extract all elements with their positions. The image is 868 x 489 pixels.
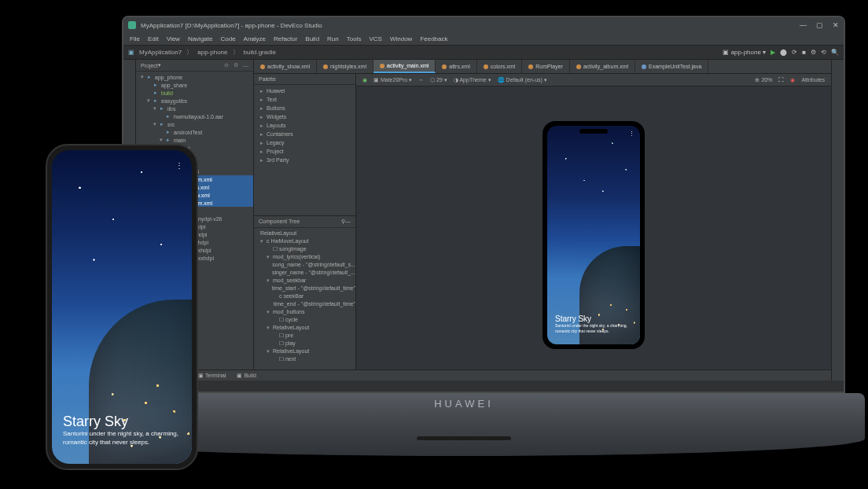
menu-tools[interactable]: Tools xyxy=(347,35,362,42)
component-item[interactable]: ☐ next xyxy=(254,355,355,363)
palette-item[interactable]: Layouts xyxy=(254,121,355,130)
device-select[interactable]: ▣ Mate20Pro ▾ xyxy=(373,77,412,83)
bottom-tab-build[interactable]: ▣ Build xyxy=(237,373,256,379)
preview-title: Starry Sky xyxy=(555,314,634,323)
editor-tab[interactable]: RomPlayer xyxy=(522,60,570,73)
tree-item[interactable]: ▾▸libs xyxy=(136,105,253,112)
component-item[interactable]: ▾mod_lyrics(vertical) xyxy=(254,253,355,261)
gear-icon[interactable]: ⚙ xyxy=(234,62,238,68)
tree-item[interactable]: ▸app_share xyxy=(136,81,253,89)
tree-item[interactable]: ▸build xyxy=(136,89,253,97)
fit-icon[interactable]: ⛶ xyxy=(778,77,784,83)
stop-icon[interactable]: ■ xyxy=(802,49,806,56)
palette-item[interactable]: Text xyxy=(254,95,355,104)
menu-run[interactable]: Run xyxy=(327,35,339,42)
menu-vcs[interactable]: VCS xyxy=(369,35,381,42)
component-item[interactable]: RelativeLayout xyxy=(254,230,355,237)
menu-file[interactable]: File xyxy=(130,35,140,42)
editor-tab[interactable]: colors.xml xyxy=(477,60,523,73)
tree-item[interactable]: ▸hwmuilayout-1.0.aar xyxy=(136,112,253,120)
attributes-label[interactable]: Attributes xyxy=(801,77,825,83)
sync-icon[interactable]: ⟲ xyxy=(821,49,826,56)
palette-item[interactable]: Legacy xyxy=(254,138,355,147)
palette-header: Palette xyxy=(254,74,355,85)
editor-tab[interactable]: attrs.xml xyxy=(436,60,476,73)
component-item[interactable]: ▾c HwMoveLayout xyxy=(254,237,355,245)
crumb-file[interactable]: build.gradle xyxy=(244,49,276,56)
palette-item[interactable]: Containers xyxy=(254,130,355,138)
menubar: File Edit View Navigate Code Analyze Ref… xyxy=(123,33,844,46)
component-item[interactable]: ☐ cycle xyxy=(254,316,355,324)
component-item[interactable]: ▾RelativeLayout xyxy=(254,324,355,332)
component-item[interactable]: ☐ play xyxy=(254,340,355,347)
minimize-icon[interactable]: — xyxy=(800,21,807,29)
crumb-module[interactable]: app-phone xyxy=(197,49,227,56)
component-item[interactable]: ▾RelativeLayout xyxy=(254,347,355,355)
component-item[interactable]: time_start - "@string/default_time" xyxy=(254,285,355,292)
theme-select[interactable]: ◑ AppTheme ▾ xyxy=(454,77,491,83)
menu-window[interactable]: Window xyxy=(390,35,412,42)
component-item[interactable]: ☐ pre xyxy=(254,332,355,340)
phone-mockup: ⋮ Starry Sky Santorini under the night s… xyxy=(46,144,198,470)
orientation-icon[interactable]: ↔ xyxy=(418,77,424,83)
close-icon[interactable]: ✕ xyxy=(833,21,839,29)
eye-icon[interactable]: ◉ xyxy=(362,77,367,83)
run-config-dropdown[interactable]: ▣ app-phone ▾ xyxy=(723,49,766,56)
window-title: MyApplication7 [D:\MyApplication7] - app… xyxy=(141,22,322,29)
hide-icon[interactable]: — xyxy=(243,63,248,68)
maximize-icon[interactable]: ▢ xyxy=(816,21,823,29)
bottom-tab-terminal[interactable]: ▣ Terminal xyxy=(198,373,226,379)
laptop: MyApplication7 [D:\MyApplication7] - app… xyxy=(122,16,845,393)
tree-item[interactable]: ▾▸easygolibs xyxy=(136,97,253,105)
editor-tab[interactable]: activity_album.xml xyxy=(570,60,635,73)
right-gutter xyxy=(831,60,844,384)
tree-item[interactable]: ▾▸main xyxy=(136,136,253,144)
component-tree[interactable]: RelativeLayout▾c HwMoveLayout☐ songImage… xyxy=(254,228,355,384)
tree-item[interactable]: ▾▸src xyxy=(136,120,253,128)
palette-item[interactable]: Widgets xyxy=(254,112,355,121)
settings-icon[interactable]: ⚙ xyxy=(811,49,816,56)
preview-canvas: ⋮ Starry Sky Santorini under the night s… xyxy=(356,86,831,384)
bug-icon[interactable]: ⬤ xyxy=(780,49,787,56)
window-controls[interactable]: — ▢ ✕ xyxy=(800,21,839,29)
locale-select[interactable]: 🌐 Default (en-us) ▾ xyxy=(498,77,547,83)
search-icon[interactable]: 🔍 xyxy=(831,49,839,56)
palette-item[interactable]: 3rd Party xyxy=(254,156,355,164)
phone-subtitle: Santorini under the night sky, a charmin… xyxy=(63,430,189,447)
menu-feedback[interactable]: Feedback xyxy=(420,35,447,42)
component-item[interactable]: time_end - "@string/default_time" xyxy=(254,300,355,308)
menu-edit[interactable]: Edit xyxy=(148,35,159,42)
profile-icon[interactable]: ⟳ xyxy=(792,49,797,56)
editor-tab[interactable]: nightstyles.xml xyxy=(317,60,373,73)
palette-item[interactable]: Huawei xyxy=(254,86,355,95)
component-item[interactable]: ▾mod_buttons xyxy=(254,308,355,316)
menu-refactor[interactable]: Refactor xyxy=(274,35,297,42)
menu-analyze[interactable]: Analyze xyxy=(244,35,266,42)
menu-navigate[interactable]: Navigate xyxy=(188,35,213,42)
component-item[interactable]: ☐ songImage xyxy=(254,245,355,253)
menu-view[interactable]: View xyxy=(167,35,180,42)
zoom-label[interactable]: ⊕ 20% xyxy=(755,77,772,83)
component-hide-icon[interactable]: — xyxy=(345,219,351,225)
run-icon[interactable]: ▶ xyxy=(771,49,775,56)
menu-build[interactable]: Build xyxy=(305,35,319,42)
warn-icon[interactable]: ◉ xyxy=(790,77,795,83)
component-item[interactable]: ▾mod_seekbar xyxy=(254,277,355,285)
component-item[interactable]: song_name - "@string/default_s... xyxy=(254,261,355,269)
tree-item[interactable]: ▸androidTest xyxy=(136,128,253,136)
component-tree-header: Component Tree xyxy=(259,219,300,225)
editor-tab[interactable]: activity_show.xml xyxy=(254,60,317,73)
menu-code[interactable]: Code xyxy=(220,35,235,42)
collapse-icon[interactable]: ⊖ xyxy=(224,62,229,68)
palette-item[interactable]: Project xyxy=(254,147,355,156)
component-item[interactable]: singer_name - "@string/default_... xyxy=(254,269,355,277)
editor-tab[interactable]: activity_main.xml xyxy=(373,60,436,73)
tree-item[interactable]: ▾▸app_phone xyxy=(136,73,253,81)
component-item[interactable]: c seekBar xyxy=(254,292,355,300)
api-select[interactable]: ⬡ 29 ▾ xyxy=(430,77,447,83)
editor-tabs[interactable]: activity_show.xmlnightstyles.xmlactivity… xyxy=(254,60,831,74)
editor-tab[interactable]: ExampleUnitTest.java xyxy=(635,60,708,73)
palette-list[interactable]: HuaweiTextButtonsWidgetsLayoutsContainer… xyxy=(254,85,355,215)
palette-item[interactable]: Buttons xyxy=(254,104,355,112)
crumb-project[interactable]: MyApplication7 xyxy=(139,49,182,56)
